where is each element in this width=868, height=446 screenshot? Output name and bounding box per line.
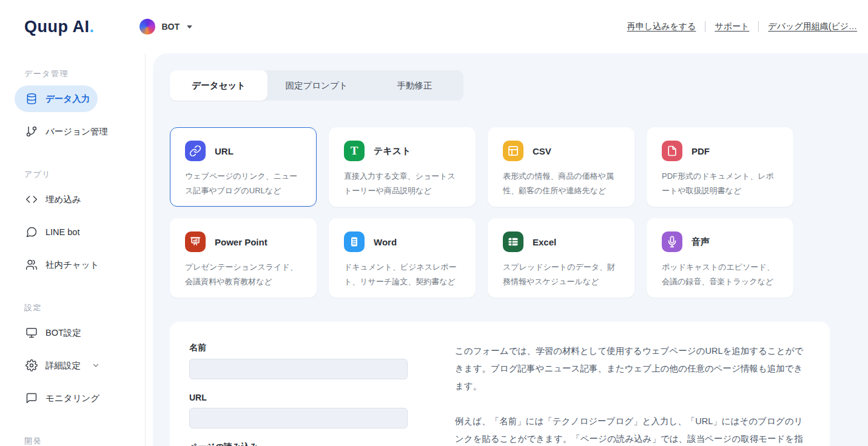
card-pdf[interactable]: PDF PDF形式のドキュメント、レポートや取扱説明書など <box>647 127 793 207</box>
url-input[interactable] <box>189 408 408 428</box>
sidebar: データ管理 データ入力 バージョン管理 アプリ 埋め込み LINE bot 社内… <box>0 53 146 446</box>
card-audio[interactable]: 音声 ポッドキャストのエピソード、会議の録音、音楽トラックなど <box>647 218 793 298</box>
card-word[interactable]: Word ドキュメント、ビジネスレポート、リサーチ論文、契約書など <box>329 218 476 298</box>
monitor-icon <box>25 327 38 339</box>
card-text[interactable]: T テキスト 直接入力する文章、ショートストーリーや商品説明など <box>329 127 476 207</box>
document-icon <box>344 231 365 252</box>
sidebar-section-settings: 設定 <box>24 302 145 313</box>
card-title: Word <box>374 237 397 247</box>
table-icon <box>503 141 523 161</box>
sidebar-item-label: 社内チャット <box>45 259 99 271</box>
card-description: 表形式の情報、商品の価格や属性、顧客の住所や連絡先など <box>503 169 622 198</box>
page-load-label: ページの読み込み <box>189 442 408 446</box>
header-links: 再申し込みをする サポート デバッグ用組織(ビジ… <box>627 21 857 32</box>
form-fields: 名前 URL ページの読み込み <box>189 342 408 446</box>
url-form-panel: 名前 URL ページの読み込み このフォームでは、学習の材料として使用するウェブ… <box>170 322 830 446</box>
card-title: PDF <box>691 146 710 156</box>
message-square-icon <box>25 392 38 404</box>
card-description: ウェブページのリンク、ニュース記事やブログのURLなど <box>185 169 304 198</box>
link-support[interactable]: サポート <box>715 21 749 32</box>
name-input[interactable] <box>189 359 408 379</box>
sidebar-item-label: BOT設定 <box>45 327 81 339</box>
tab-bar: データセット 固定プロンプト 手動修正 <box>170 70 463 101</box>
form-description: このフォームでは、学習の材料として使用するウェブページのURLを追加することがで… <box>455 342 809 446</box>
card-title: Power Point <box>215 237 267 247</box>
bot-selector[interactable]: BOT <box>140 19 193 35</box>
card-title: CSV <box>533 146 551 156</box>
spreadsheet-icon <box>503 231 523 252</box>
divider <box>758 21 759 32</box>
gear-icon <box>25 359 38 371</box>
card-csv[interactable]: CSV 表形式の情報、商品の価格や属性、顧客の住所や連絡先など <box>488 127 634 207</box>
sidebar-item-monitoring[interactable]: モニタリング <box>15 385 130 411</box>
sidebar-item-bot-settings[interactable]: BOT設定 <box>15 319 130 346</box>
sidebar-item-label: データ入力 <box>45 93 90 105</box>
sidebar-item-data-input[interactable]: データ入力 <box>15 85 98 112</box>
card-description: ポッドキャストのエピソード、会議の録音、音楽トラックなど <box>662 260 781 289</box>
sidebar-item-label: LINE bot <box>45 227 79 237</box>
sidebar-item-label: 埋め込み <box>45 194 81 205</box>
sidebar-section-data: データ管理 <box>24 68 145 79</box>
tab-dataset[interactable]: データセット <box>170 70 267 101</box>
description-paragraph: 例えば、「名前」には「テクノロジーブログ」と入力し、「URL」にはそのブログのリ… <box>455 413 809 446</box>
sidebar-item-label: バージョン管理 <box>45 126 108 138</box>
card-url[interactable]: URL ウェブページのリンク、ニュース記事やブログのURLなど <box>170 127 317 207</box>
url-label: URL <box>189 393 408 402</box>
dataset-type-grid: URL ウェブページのリンク、ニュース記事やブログのURLなど T テキスト 直… <box>170 127 868 298</box>
sidebar-item-advanced-settings[interactable]: 詳細設定 <box>15 352 130 379</box>
card-powerpoint[interactable]: Power Point プレゼンテーションスライド、会議資料や教育教材など <box>170 218 317 298</box>
presentation-icon <box>185 231 206 252</box>
description-paragraph: このフォームでは、学習の材料として使用するウェブページのURLを追加することがで… <box>455 342 809 395</box>
tab-manual-fix[interactable]: 手動修正 <box>366 70 463 101</box>
sidebar-item-label: モニタリング <box>45 393 99 404</box>
users-icon <box>25 259 38 271</box>
divider <box>705 21 705 32</box>
sidebar-item-line-bot[interactable]: LINE bot <box>15 219 130 245</box>
card-title: 音声 <box>691 236 710 248</box>
card-title: Excel <box>533 237 556 247</box>
card-description: プレゼンテーションスライド、会議資料や教育教材など <box>185 260 304 289</box>
sidebar-item-internal-chat[interactable]: 社内チャット <box>15 251 130 278</box>
text-icon: T <box>344 141 365 161</box>
main-content: データセット 固定プロンプト 手動修正 URL ウェブページのリンク、ニュース記… <box>153 53 868 446</box>
sidebar-item-label: 詳細設定 <box>45 360 81 371</box>
git-branch-icon <box>25 125 38 138</box>
bot-name: BOT <box>162 22 180 32</box>
file-icon <box>662 141 682 161</box>
card-description: スプレッドシートのデータ、財務情報やスケジュールなど <box>503 260 622 289</box>
bot-avatar <box>140 19 155 35</box>
sidebar-item-version[interactable]: バージョン管理 <box>15 118 130 145</box>
tab-fixed-prompt[interactable]: 固定プロンプト <box>267 70 365 101</box>
app-logo[interactable]: Quup AI. <box>24 18 95 36</box>
database-icon <box>25 93 38 105</box>
logo-dot: . <box>89 18 94 36</box>
message-circle-icon <box>25 226 38 238</box>
chevron-down-icon <box>90 361 102 370</box>
sidebar-item-embed[interactable]: 埋め込み <box>15 186 130 213</box>
link-icon <box>185 141 206 161</box>
card-description: 直接入力する文章、ショートストーリーや商品説明など <box>344 169 463 198</box>
chevron-down-icon <box>186 25 193 29</box>
card-excel[interactable]: Excel スプレッドシートのデータ、財務情報やスケジュールなど <box>488 218 634 298</box>
code-icon <box>25 193 38 205</box>
sidebar-section-apps: アプリ <box>24 169 145 180</box>
mic-icon <box>662 231 682 252</box>
app-header: Quup AI. BOT 再申し込みをする サポート デバッグ用組織(ビジ… <box>0 0 868 53</box>
card-title: テキスト <box>374 145 411 157</box>
name-label: 名前 <box>189 342 408 353</box>
link-debug-org[interactable]: デバッグ用組織(ビジ… <box>768 21 857 32</box>
sidebar-section-development: 開発 <box>24 436 145 446</box>
card-description: PDF形式のドキュメント、レポートや取扱説明書など <box>662 169 781 198</box>
link-resubscribe[interactable]: 再申し込みをする <box>627 21 696 32</box>
card-description: ドキュメント、ビジネスレポート、リサーチ論文、契約書など <box>344 260 463 289</box>
card-title: URL <box>215 146 234 156</box>
